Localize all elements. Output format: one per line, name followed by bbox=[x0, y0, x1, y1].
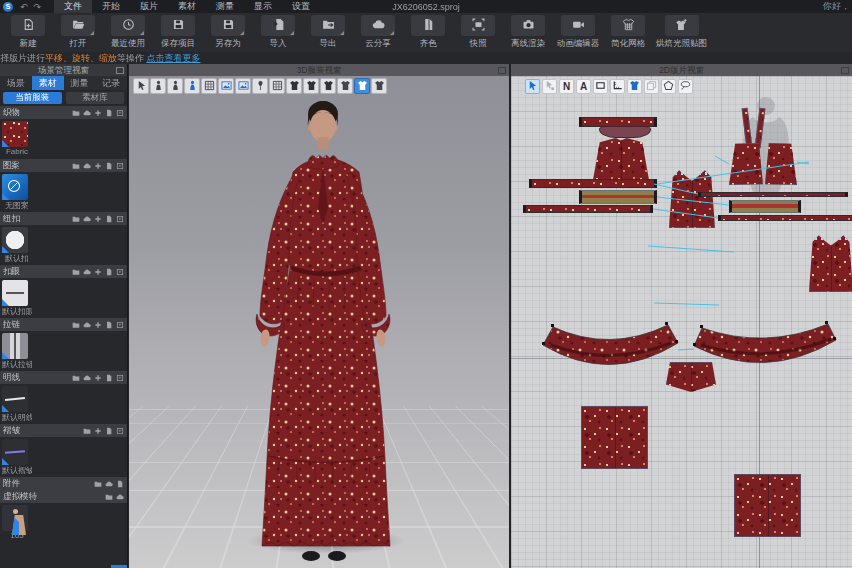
pattern-piece-cuff[interactable] bbox=[666, 362, 716, 392]
material-thumbnail[interactable] bbox=[2, 386, 28, 412]
popout-icon[interactable] bbox=[498, 67, 506, 74]
garment-thick-icon[interactable] bbox=[286, 78, 302, 94]
menu-item[interactable]: 开始 bbox=[92, 0, 130, 13]
pattern-piece-skirt-left[interactable] bbox=[581, 406, 648, 469]
plus-icon[interactable] bbox=[94, 109, 102, 117]
toolbar-button[interactable]: 简化网格 bbox=[603, 15, 653, 50]
fabric-view-icon[interactable] bbox=[235, 78, 251, 94]
file-icon[interactable] bbox=[105, 109, 113, 117]
ruler-corner-icon[interactable] bbox=[610, 79, 625, 94]
material-thumbnail[interactable] bbox=[2, 333, 28, 359]
import-icon[interactable] bbox=[116, 109, 124, 117]
menu-item[interactable]: 设置 bbox=[282, 0, 320, 13]
toolbar-button[interactable]: 最近使用 bbox=[103, 15, 153, 50]
pattern-piece-waistband-left[interactable] bbox=[579, 190, 657, 204]
garment-solid-icon[interactable] bbox=[303, 78, 319, 94]
pattern-piece-right-bodice[interactable] bbox=[809, 234, 852, 292]
toolbar-button[interactable]: 云分享 bbox=[353, 15, 403, 50]
clone-tool-icon[interactable] bbox=[644, 79, 659, 94]
file-icon[interactable] bbox=[105, 374, 113, 382]
import-icon[interactable] bbox=[116, 427, 124, 435]
pattern-piece-collar-band[interactable] bbox=[599, 126, 651, 138]
toolbar-button[interactable]: 新建 bbox=[3, 15, 53, 50]
toolbar-button[interactable]: 动画编辑器 bbox=[553, 15, 603, 50]
pattern-piece-strip-2[interactable] bbox=[698, 192, 848, 197]
import-icon[interactable] bbox=[116, 374, 124, 382]
pattern-piece-back-bodice[interactable] bbox=[669, 169, 715, 228]
pin-tool-icon[interactable] bbox=[252, 78, 268, 94]
avatar-pose-icon[interactable] bbox=[184, 78, 200, 94]
folder-icon[interactable] bbox=[72, 215, 80, 223]
sidebar-tab[interactable]: 记录 bbox=[95, 76, 127, 90]
material-thumbnail[interactable] bbox=[2, 121, 28, 147]
pattern-piece-waistband-right[interactable] bbox=[729, 200, 801, 213]
folder-icon[interactable] bbox=[72, 268, 80, 276]
sidebar-subtab[interactable]: 素材库 bbox=[66, 92, 125, 104]
plus-icon[interactable] bbox=[94, 427, 102, 435]
import-icon[interactable] bbox=[116, 215, 124, 223]
popout-icon[interactable] bbox=[116, 67, 124, 74]
sidebar-tab[interactable]: 素材 bbox=[32, 76, 64, 90]
garment-gray-icon[interactable] bbox=[371, 78, 387, 94]
plus-icon[interactable] bbox=[94, 215, 102, 223]
rectangle-tool-icon[interactable] bbox=[593, 79, 608, 94]
pattern-piece-front-bodice[interactable] bbox=[593, 138, 649, 180]
avatar-show-icon[interactable] bbox=[150, 78, 166, 94]
file-icon[interactable] bbox=[105, 321, 113, 329]
sidebar-tab[interactable]: 测量 bbox=[64, 76, 96, 90]
menu-item[interactable]: 测量 bbox=[206, 0, 244, 13]
plus-icon[interactable] bbox=[94, 268, 102, 276]
canvas-3d[interactable] bbox=[129, 76, 509, 568]
folder-icon[interactable] bbox=[105, 493, 113, 501]
cloud-icon[interactable] bbox=[83, 109, 91, 117]
undo-icon[interactable]: ↶ bbox=[20, 2, 28, 12]
redo-icon[interactable]: ↷ bbox=[34, 2, 42, 12]
cloud-icon[interactable] bbox=[83, 215, 91, 223]
garment-select-icon[interactable] bbox=[354, 78, 370, 94]
material-thumbnail[interactable] bbox=[2, 174, 28, 200]
toolbar-button[interactable]: 另存为 bbox=[203, 15, 253, 50]
arrange-points-icon[interactable] bbox=[201, 78, 217, 94]
mesh-view-icon[interactable] bbox=[269, 78, 285, 94]
app-logo-icon[interactable]: S bbox=[3, 2, 13, 12]
lasso-tool-icon[interactable] bbox=[678, 79, 693, 94]
toolbar-button[interactable]: 烘焙光照贴图 bbox=[653, 15, 710, 50]
pattern-piece-strip-4[interactable] bbox=[718, 215, 852, 221]
plus-icon[interactable] bbox=[94, 374, 102, 382]
file-icon[interactable] bbox=[105, 268, 113, 276]
folder-icon[interactable] bbox=[94, 480, 102, 488]
shape-tool-icon[interactable] bbox=[661, 79, 676, 94]
tip-more-link[interactable]: 点击查看更多 bbox=[147, 53, 201, 63]
plus-icon[interactable] bbox=[94, 162, 102, 170]
canvas-2d[interactable]: N A bbox=[511, 76, 852, 568]
folder-icon[interactable] bbox=[72, 374, 80, 382]
rotate-view-icon[interactable] bbox=[133, 78, 149, 94]
edit-pattern-icon[interactable] bbox=[542, 79, 557, 94]
pattern-piece-strip-1[interactable] bbox=[529, 179, 657, 188]
plus-icon[interactable] bbox=[94, 321, 102, 329]
sidebar-subtab[interactable]: 当前服装 bbox=[3, 92, 62, 104]
texture-view-icon[interactable] bbox=[218, 78, 234, 94]
text-tool-icon[interactable]: A bbox=[576, 79, 591, 94]
cloud-icon[interactable] bbox=[83, 268, 91, 276]
avatar-with-garment[interactable] bbox=[129, 76, 509, 568]
menu-item[interactable]: 显示 bbox=[244, 0, 282, 13]
menu-item[interactable]: 版片 bbox=[130, 0, 168, 13]
pattern-piece-skirt-right[interactable] bbox=[734, 474, 801, 537]
folder-icon[interactable] bbox=[83, 427, 91, 435]
popout-icon[interactable] bbox=[841, 67, 849, 74]
file-icon[interactable] bbox=[116, 480, 124, 488]
garment-show-icon[interactable] bbox=[337, 78, 353, 94]
menu-item[interactable]: 素材 bbox=[168, 0, 206, 13]
cloud-icon[interactable] bbox=[83, 321, 91, 329]
show-garment-icon[interactable] bbox=[627, 79, 642, 94]
toolbar-button[interactable]: 保存项目 bbox=[153, 15, 203, 50]
folder-icon[interactable] bbox=[72, 162, 80, 170]
folder-icon[interactable] bbox=[72, 109, 80, 117]
import-icon[interactable] bbox=[116, 162, 124, 170]
toolbar-button[interactable]: 打开 bbox=[53, 15, 103, 50]
cloud-icon[interactable] bbox=[83, 162, 91, 170]
garment-fit-icon[interactable] bbox=[320, 78, 336, 94]
toolbar-button[interactable]: 齐色 bbox=[403, 15, 453, 50]
cloud-icon[interactable] bbox=[116, 493, 124, 501]
